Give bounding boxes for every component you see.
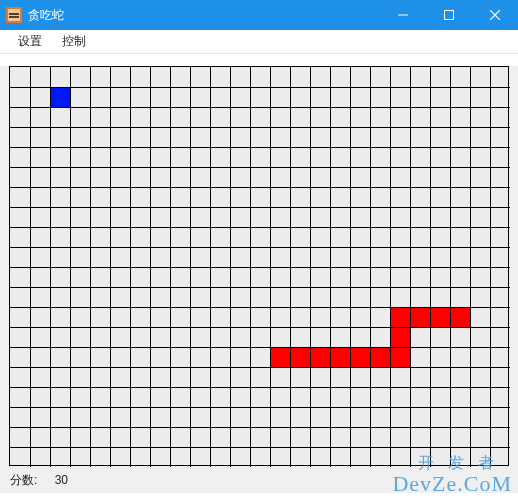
snake-segment: [291, 348, 310, 367]
minimize-button[interactable]: [380, 0, 426, 30]
svg-rect-3: [9, 16, 19, 18]
svg-rect-5: [445, 11, 454, 20]
menu-settings[interactable]: 设置: [8, 30, 52, 53]
snake-segment: [371, 348, 390, 367]
score-label: 分数:: [10, 473, 37, 487]
snake-segment: [271, 348, 290, 367]
snake-segment: [391, 328, 410, 347]
window-controls: [380, 0, 518, 30]
menubar: 设置 控制: [0, 30, 518, 54]
close-button[interactable]: [472, 0, 518, 30]
snake-segment: [391, 308, 410, 327]
food-cell: [51, 88, 70, 107]
snake-segment: [411, 308, 430, 327]
snake-segment: [351, 348, 370, 367]
window-title: 贪吃蛇: [28, 7, 64, 24]
score-value: 30: [55, 473, 68, 487]
window-titlebar: 贪吃蛇: [0, 0, 518, 30]
grid-lines: [10, 67, 510, 467]
menu-control[interactable]: 控制: [52, 30, 96, 53]
client-area: 分数: 30: [0, 66, 518, 493]
game-board[interactable]: [9, 66, 509, 466]
app-icon: [6, 7, 22, 23]
snake-segment: [391, 348, 410, 367]
status-bar: 分数: 30: [0, 466, 518, 493]
snake-segment: [431, 308, 450, 327]
snake-head: [451, 308, 470, 327]
maximize-button[interactable]: [426, 0, 472, 30]
snake-segment: [311, 348, 330, 367]
svg-rect-2: [9, 13, 19, 15]
snake-segment: [331, 348, 350, 367]
